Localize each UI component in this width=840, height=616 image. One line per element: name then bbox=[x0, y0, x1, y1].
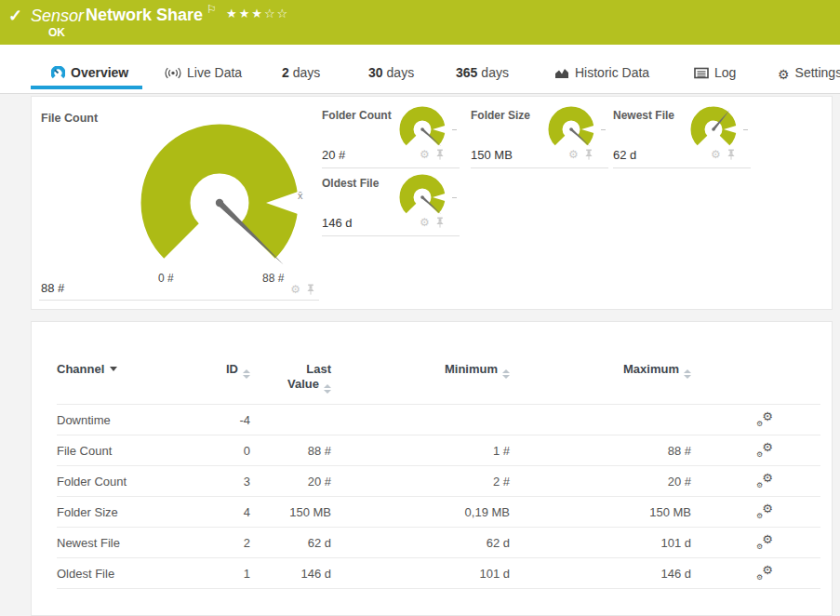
channel-settings-icon[interactable]: ⚙⚙ bbox=[756, 442, 773, 457]
sensor-status-badge: OK bbox=[48, 26, 65, 39]
log-list-icon bbox=[694, 67, 709, 82]
check-icon: ✓ bbox=[8, 6, 22, 26]
channel-maximum: 20 # bbox=[510, 475, 691, 489]
stars-empty: ☆☆ bbox=[264, 7, 289, 20]
mean-tick bbox=[743, 129, 748, 130]
gauge-tile-folder-count: Folder Count 20 # ⚙ bbox=[322, 105, 460, 168]
table-row: Oldest File 1 146 d 101 d 146 d ⚙⚙ bbox=[57, 557, 820, 588]
sort-icon bbox=[243, 369, 250, 379]
channel-id: 0 bbox=[196, 444, 250, 458]
gauge-scale-min: 0 # bbox=[158, 272, 174, 285]
channel-minimum: 62 d bbox=[331, 536, 510, 550]
channel-table-panel: Channel ID LastValue Minimum Maximum Dow… bbox=[31, 321, 833, 616]
channel-settings-icon[interactable]: ⚙⚙ bbox=[756, 473, 773, 488]
gear-icon: ⚙ bbox=[778, 67, 790, 82]
flag-icon[interactable]: ⚐ bbox=[207, 3, 217, 16]
column-header-id[interactable]: ID bbox=[196, 362, 250, 379]
pin-icon[interactable] bbox=[435, 217, 445, 228]
channel-maximum: 150 MB bbox=[510, 505, 691, 519]
mean-tick bbox=[452, 129, 457, 130]
gauge-tile-file-count: File Count x̄ 0 # 88 # 88 # ⚙ bbox=[39, 104, 319, 301]
column-header-channel[interactable]: Channel bbox=[57, 362, 196, 376]
channel-maximum: 146 d bbox=[510, 567, 691, 581]
object-kind-label: Sensor bbox=[31, 7, 84, 26]
channel-id: -4 bbox=[196, 413, 250, 427]
channel-id: 2 bbox=[196, 536, 250, 550]
gauge-settings-gear-icon[interactable]: ⚙ bbox=[420, 149, 430, 160]
gauge-settings-gear-icon[interactable]: ⚙ bbox=[711, 149, 721, 160]
tab-log[interactable]: Log bbox=[694, 65, 736, 87]
gauge-settings-gear-icon[interactable]: ⚙ bbox=[420, 217, 430, 228]
mean-tick bbox=[601, 129, 606, 130]
channel-settings-icon[interactable]: ⚙⚙ bbox=[756, 565, 773, 580]
gauge-title: Oldest File bbox=[322, 177, 379, 190]
gauge-title: Newest File bbox=[613, 109, 674, 122]
sensor-name: Network Share bbox=[86, 6, 203, 25]
column-header-maximum[interactable]: Maximum bbox=[510, 362, 691, 379]
channel-last-value: 62 d bbox=[250, 536, 331, 550]
pin-icon[interactable] bbox=[727, 149, 736, 160]
area-chart-icon bbox=[554, 67, 569, 82]
prtg-sensor-page: ✓ Sensor Network Share ⚐ ★★★☆☆ OK Overvi… bbox=[0, 0, 840, 616]
mean-tick bbox=[452, 197, 457, 198]
pin-icon[interactable] bbox=[435, 149, 445, 160]
channel-id: 1 bbox=[196, 567, 250, 581]
gauge-settings-gear-icon[interactable]: ⚙ bbox=[568, 149, 579, 160]
table-row: Downtime -4 ⚙⚙ bbox=[57, 404, 820, 435]
mean-marker: x̄ bbox=[298, 190, 303, 201]
gauge-title: File Count bbox=[41, 112, 98, 125]
gauges-panel: File Count x̄ 0 # 88 # 88 # ⚙ Folder Cou… bbox=[31, 96, 833, 310]
channel-minimum: 2 # bbox=[331, 475, 510, 489]
gauge-tile-folder-size: Folder Size 150 MB ⚙ bbox=[471, 105, 608, 168]
table-row: Newest File 2 62 d 62 d 101 d ⚙⚙ bbox=[57, 527, 820, 557]
channel-name: Oldest File bbox=[57, 567, 196, 581]
table-row: Folder Count 3 20 # 2 # 20 # ⚙⚙ bbox=[57, 465, 820, 496]
channel-id: 4 bbox=[196, 505, 250, 519]
gauge-value: 150 MB bbox=[471, 148, 513, 162]
channel-settings-icon[interactable]: ⚙⚙ bbox=[756, 411, 773, 426]
gauge-value: 146 d bbox=[322, 216, 353, 230]
priority-star-rating[interactable]: ★★★☆☆ bbox=[226, 7, 289, 20]
gauge-tile-newest-file: Newest File 62 d ⚙ bbox=[613, 105, 751, 168]
gauge-tile-oldest-file: Oldest File 146 d ⚙ bbox=[322, 173, 460, 236]
channel-minimum: 101 d bbox=[331, 567, 510, 581]
channel-maximum: 88 # bbox=[510, 444, 691, 458]
table-bottom-divider bbox=[57, 588, 820, 589]
gauge-title: Folder Size bbox=[471, 109, 530, 122]
broadcast-icon bbox=[165, 67, 181, 82]
gauge-scale-max: 88 # bbox=[262, 272, 284, 285]
column-header-last-value[interactable]: LastValue bbox=[250, 362, 331, 394]
tab-settings[interactable]: ⚙Settings bbox=[778, 65, 840, 87]
sort-desc-icon bbox=[110, 367, 117, 371]
tab-30-days[interactable]: 30days bbox=[368, 65, 414, 87]
tab-overview[interactable]: Overview bbox=[51, 65, 128, 87]
channel-name: Downtime bbox=[57, 413, 196, 427]
channel-last-value: 146 d bbox=[250, 567, 331, 581]
channel-id: 3 bbox=[196, 475, 250, 489]
channel-settings-icon[interactable]: ⚙⚙ bbox=[756, 503, 773, 518]
channel-minimum: 0,19 MB bbox=[331, 505, 510, 519]
tab-historic-data[interactable]: Historic Data bbox=[554, 65, 649, 87]
gauge-settings-gear-icon[interactable]: ⚙ bbox=[290, 284, 300, 295]
sort-icon bbox=[502, 369, 510, 379]
pin-icon[interactable] bbox=[306, 284, 315, 295]
channel-last-value: 150 MB bbox=[250, 505, 331, 519]
pin-icon[interactable] bbox=[584, 149, 593, 160]
gauge-value: 88 # bbox=[41, 281, 64, 295]
tab-2-days[interactable]: 2days bbox=[282, 65, 320, 87]
gauge-value: 62 d bbox=[613, 148, 636, 162]
channel-name: Folder Size bbox=[57, 505, 196, 519]
file-count-gauge-chart bbox=[127, 117, 313, 275]
active-tab-underline bbox=[31, 86, 142, 89]
column-header-minimum[interactable]: Minimum bbox=[331, 362, 510, 379]
table-row: Folder Size 4 150 MB 0,19 MB 150 MB ⚙⚙ bbox=[57, 496, 820, 527]
stars-filled: ★★★ bbox=[226, 7, 264, 20]
tab-bar: Overview Live Data 2days 30days 365days … bbox=[0, 45, 840, 94]
channel-settings-icon[interactable]: ⚙⚙ bbox=[756, 534, 773, 549]
gauge-icon bbox=[51, 66, 65, 82]
tab-365-days[interactable]: 365days bbox=[456, 65, 509, 87]
channel-maximum: 101 d bbox=[510, 536, 691, 550]
channel-table-header: Channel ID LastValue Minimum Maximum bbox=[57, 357, 820, 404]
gauge-value: 20 # bbox=[322, 148, 345, 162]
tab-live-data[interactable]: Live Data bbox=[165, 65, 242, 87]
